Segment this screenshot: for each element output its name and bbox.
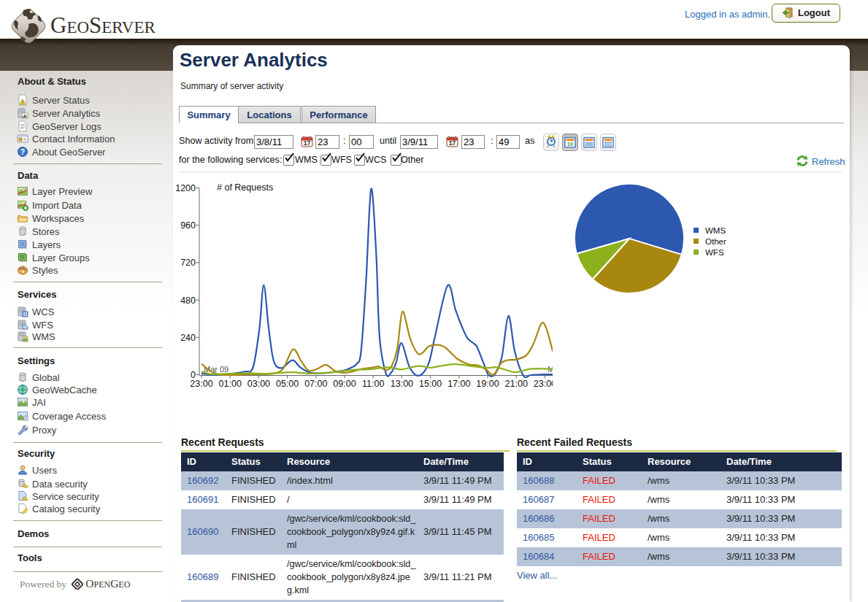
svg-text:01:00: 01:00 (219, 379, 242, 389)
svg-text:13:00: 13:00 (391, 379, 413, 389)
svg-text:10: 10 (567, 141, 573, 147)
svg-text:23:00: 23:00 (190, 379, 212, 389)
svg-text:17: 17 (304, 139, 311, 147)
svg-text:15:00: 15:00 (419, 379, 442, 389)
svg-text:WFS: WFS (705, 248, 724, 257)
svg-text:05:00: 05:00 (276, 379, 299, 389)
svg-text:03:00: 03:00 (247, 379, 270, 389)
svg-text:1200: 1200 (175, 183, 196, 193)
svg-text:?: ? (20, 148, 25, 156)
svg-text:23:00: 23:00 (534, 379, 556, 389)
svg-text:480: 480 (180, 296, 196, 306)
svg-text:960: 960 (180, 220, 196, 231)
svg-text:09:00: 09:00 (333, 379, 356, 389)
svg-text:19:00: 19:00 (476, 379, 499, 389)
svg-text:17:00: 17:00 (448, 379, 470, 389)
svg-text:720: 720 (180, 258, 196, 268)
svg-text:21:00: 21:00 (505, 379, 528, 389)
svg-text:WMS: WMS (705, 226, 726, 235)
svg-text:# of Requests: # of Requests (217, 182, 273, 193)
svg-text:Other: Other (705, 237, 726, 246)
svg-text:17: 17 (449, 139, 456, 147)
svg-text:240: 240 (180, 333, 196, 343)
svg-text:11:00: 11:00 (362, 379, 384, 389)
svg-text:07:00: 07:00 (304, 379, 327, 389)
